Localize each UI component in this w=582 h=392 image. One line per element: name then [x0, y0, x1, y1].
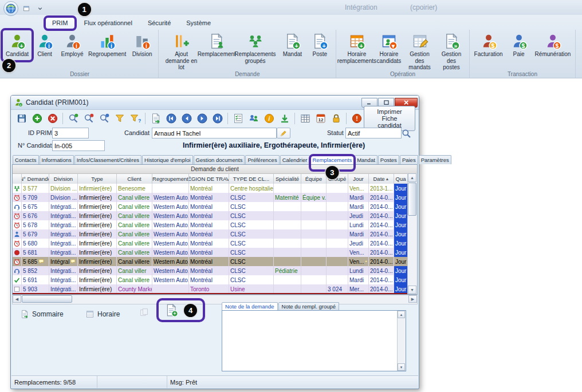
id-prim-field[interactable] — [52, 128, 89, 138]
tab-note-demande[interactable]: Note de la demande — [222, 302, 278, 310]
search-candidate-button[interactable] — [66, 112, 80, 126]
col-header-date[interactable]: Date ▲ — [369, 174, 394, 184]
ribbon-button-poste[interactable]: +Poste — [306, 31, 333, 60]
tab-paies[interactable]: Paies — [400, 155, 418, 164]
grid-row[interactable]: 5 675Intégrati...Infirmier(ère)Canal vil… — [13, 202, 408, 211]
sommaire-button[interactable]: Sommaire — [18, 308, 66, 320]
grid-row[interactable]: 5 679Intégrati...Infirmier(ère)Canal vil… — [13, 229, 408, 239]
statut-field[interactable] — [345, 128, 402, 138]
grid-row[interactable]: 5 685IntégralInfirmier(ère)Canal villere… — [13, 257, 408, 266]
edit-candidate-button[interactable] — [277, 128, 290, 138]
calendar-button[interactable]: 12 — [313, 112, 328, 126]
search-quick-button[interactable] — [97, 112, 111, 126]
col-header-type[interactable]: Type — [78, 174, 117, 184]
app-menu-button[interactable] — [3, 1, 18, 16]
col-header-specialite[interactable]: Spécialité — [274, 174, 301, 184]
ribbon-button-mandat[interactable]: +Mandat — [278, 31, 306, 60]
tab-mandat[interactable]: Mandat — [355, 155, 377, 164]
tab-calendrier[interactable]: Calendrier — [280, 155, 310, 164]
ribbon-button-client[interactable]: iClient — [31, 31, 58, 60]
note-scrollbar[interactable]: ▲ ▼ — [397, 311, 406, 371]
grid-row[interactable]: 3 577Division ...Infirmier(ère)BenesomeM… — [13, 184, 408, 193]
grid-view-button[interactable] — [298, 112, 312, 126]
grid-row[interactable]: 5 681Intégrati...Infirmier(ère)Canal vil… — [13, 248, 408, 257]
ribbon-tab-flux-operationnel[interactable]: Flux opérationnel — [77, 17, 139, 29]
col-header-qua[interactable]: Qua — [394, 174, 408, 184]
cancel-button[interactable] — [45, 112, 60, 126]
vertical-scroll-thumb[interactable] — [408, 183, 416, 216]
tab-infos-classement-criteres[interactable]: Infos/Classement/Critères — [74, 155, 141, 164]
horizontal-scroll-thumb[interactable] — [22, 295, 72, 303]
grid-vertical-scrollbar[interactable]: ▲ ▼ — [407, 173, 417, 294]
col-header-client[interactable]: Client — [117, 174, 152, 184]
no-candidat-field[interactable] — [52, 140, 105, 151]
ribbon-button-remplacements-groupes[interactable]: Remplacements groupés — [232, 31, 279, 66]
nav-prev-button[interactable] — [179, 112, 194, 126]
col-header-region-de-trav[interactable]: RÉGION DE TRAV... — [189, 174, 229, 184]
grid-row[interactable]: 5 709Division ...Infirmier(ère)Canal vil… — [13, 193, 408, 202]
filter-question-button[interactable]: ? — [128, 112, 142, 126]
save-button[interactable] — [14, 112, 29, 126]
col-header-regroupement[interactable]: Regroupement — [152, 174, 189, 184]
ribbon-button-horaire-remplacements[interactable]: +Horaire remplacements — [339, 31, 375, 66]
col-header-division[interactable]: Division — [49, 174, 78, 184]
qat-dropdown-button[interactable] — [34, 3, 46, 14]
tab-preferences[interactable]: Préférences — [245, 155, 279, 164]
ribbon-button-regroupement[interactable]: iRegroupement — [86, 31, 128, 60]
tab-informations[interactable]: Informations — [40, 155, 74, 164]
ribbon-button-horaire-candidats[interactable]: ▾Horaire candidats — [375, 31, 403, 66]
add-button[interactable] — [30, 112, 44, 126]
note-scroll-up-button[interactable]: ▲ — [398, 311, 405, 318]
candidat-window-titlebar[interactable]: + Candidat (PRIM001) — [11, 96, 419, 110]
col-header-equipe[interactable]: Équipe — [301, 174, 327, 184]
task-list-button[interactable] — [231, 112, 245, 126]
candidat-name-field[interactable] — [152, 128, 277, 138]
import-button[interactable] — [277, 112, 292, 126]
tab-postes[interactable]: Postes — [378, 155, 399, 164]
nav-last-button[interactable] — [210, 112, 225, 126]
grid-row[interactable]: 5 676Intégrati...Infirmier(ère)Canal vil… — [13, 211, 408, 220]
info-button[interactable]: i — [262, 112, 276, 126]
ribbon-button-employe[interactable]: iEmployé — [58, 31, 86, 60]
assign-people-button[interactable] — [246, 112, 261, 126]
grid-row[interactable]: 5 680Intégrati...Infirmier(ère)Canal vil… — [13, 239, 408, 248]
scroll-down-button[interactable]: ▼ — [408, 286, 416, 294]
scroll-up-button[interactable]: ▲ — [408, 173, 416, 182]
tab-gestion-documents[interactable]: Gestion documents — [194, 155, 245, 164]
col-header-type-de-cl[interactable]: TYPE DE CL... — [229, 174, 274, 184]
col-header-row-icon[interactable] — [13, 174, 22, 184]
ribbon-button-ajout-demande-en-lot[interactable]: Ajout demande en lot — [161, 31, 202, 73]
tab-contacts[interactable]: Contacts — [13, 155, 39, 164]
ribbon-tab-systeme[interactable]: Système — [179, 17, 218, 29]
ribbon-button-paie[interactable]: $Paie — [505, 31, 533, 60]
tab-parametres[interactable]: Paramètres — [419, 155, 451, 164]
copy-button[interactable] — [139, 307, 150, 319]
horaire-button[interactable]: Horaire — [83, 308, 122, 320]
report-button[interactable] — [148, 112, 163, 126]
col-header-n-demande[interactable]: N° Demande — [22, 174, 49, 184]
col-header-jour[interactable]: Jour — [348, 174, 369, 184]
grid-row[interactable]: 5 903Intégrati...Infirmier(ère)County Ma… — [13, 284, 408, 294]
ribbon-tab-prim[interactable]: PRIM1 — [45, 17, 76, 29]
scroll-right-button[interactable]: ▶ — [408, 295, 417, 303]
note-scroll-down-button[interactable]: ▼ — [398, 363, 405, 371]
ribbon-button-facturation[interactable]: $Facturation — [472, 31, 505, 60]
alert-button[interactable]: ! — [349, 112, 364, 126]
grid-row[interactable]: 5 691Intégrati...Infirmier(ère)Canal vil… — [13, 275, 408, 284]
window-switch-button[interactable] — [21, 3, 32, 14]
ribbon-button-gestion-des-postes[interactable]: »Gestion des postes — [436, 31, 466, 73]
ribbon-tab-securite[interactable]: Sécurité — [141, 17, 178, 29]
ribbon-button-gestion-des-mandats[interactable]: Gestion des mandats — [403, 31, 436, 73]
search-advanced-button[interactable] — [81, 112, 96, 126]
tab-remplacements[interactable]: Remplacements3 — [310, 155, 355, 164]
ribbon-button-division[interactable]: iDivision — [128, 31, 156, 60]
ribbon-button-type-remplacement[interactable]: TType remplacement — [578, 31, 582, 66]
nav-next-button[interactable] — [195, 112, 209, 126]
ribbon-button-remplacement[interactable]: Remplacement — [202, 31, 232, 60]
nav-first-button[interactable] — [164, 112, 178, 126]
ribbon-button-remuneration[interactable]: $Rémunération — [533, 31, 573, 60]
grid-row[interactable]: 5 852Intégrati...Infirmier(ère)Canal vil… — [13, 266, 408, 275]
tab-note-rempl-groupe[interactable]: Note du rempl. groupé — [278, 302, 340, 310]
note-textarea[interactable] — [222, 311, 398, 371]
tab-historique-d-emploi[interactable]: Historique d'emploi — [142, 155, 193, 164]
